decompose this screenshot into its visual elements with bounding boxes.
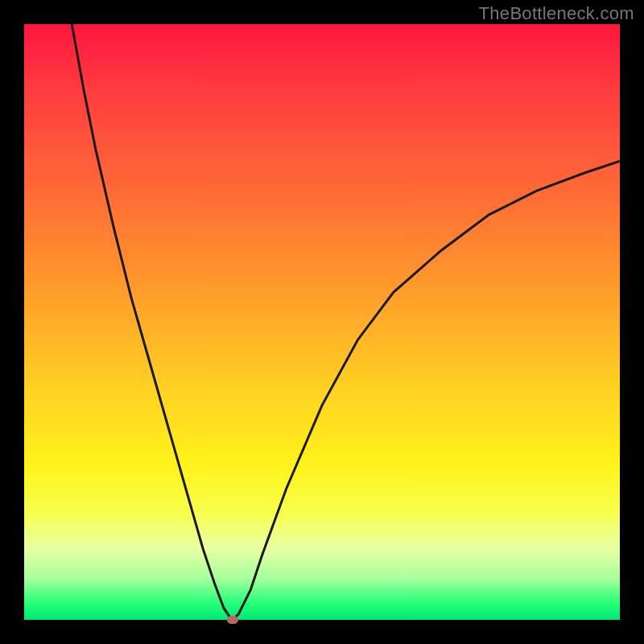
curve-svg — [24, 24, 620, 620]
chart-frame: TheBottleneck.com — [0, 0, 644, 644]
watermark-text: TheBottleneck.com — [479, 3, 634, 24]
bottleneck-curve-path — [72, 24, 620, 620]
optimal-point-marker — [227, 616, 238, 624]
plot-area — [24, 24, 620, 620]
